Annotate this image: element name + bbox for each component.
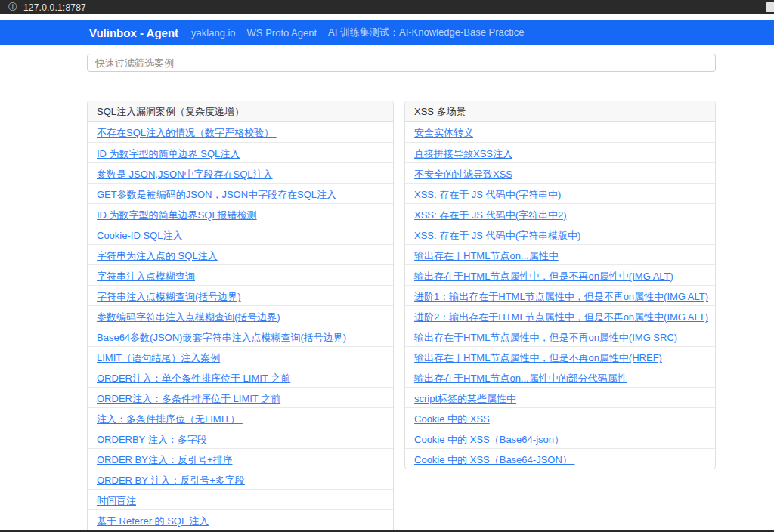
list-item: ORDER BY 注入：反引号+多字段 [88,469,393,489]
list-item: 不安全的过滤导致XSS [405,162,715,183]
extension-icon[interactable] [766,2,774,12]
list-item: ID 为数字型的简单边界 SQL注入 [88,142,393,162]
case-link[interactable]: Cookie-ID SQL注入 [97,230,182,241]
list-item: ORDER BY注入：反引号+排序 [88,448,393,469]
case-link[interactable]: 注入：多条件排序位（无LIMIT） [97,413,243,425]
xss-case-list: 安全实体转义 直接拼接导致XSS注入 不安全的过滤导致XSS XSS: 存在于 … [405,122,715,469]
case-link[interactable]: 进阶1：输出存在于HTML节点属性中，但是不再on属性中(IMG ALT) [414,291,708,302]
list-item: 字符串为注入点的 SQL注入 [88,244,393,264]
list-item: 输出存在于HTML节点on...属性中的部分代码属性 [405,367,715,387]
case-link[interactable]: 不安全的过滤导致XSS [414,169,512,180]
list-item: 输出存在于HTML节点属性中，但是不再on属性中(HREF) [405,346,715,367]
case-link[interactable]: Cookie 中的 XSS（Base64-JSON） [414,454,574,466]
list-item: ORDER注入：单个条件排序位于 LIMIT 之前 [88,367,393,387]
case-link[interactable]: XSS: 存在于 JS 代码中(字符串中2) [414,209,567,221]
case-link[interactable]: XSS: 存在于 JS 代码中(字符串模版中) [414,230,580,241]
xss-panel: XSS 多场景 安全实体转义 直接拼接导致XSS注入 不安全的过滤导致XSS X… [404,101,716,469]
case-link[interactable]: script标签的某些属性中 [414,393,516,404]
list-item: 基于 Referer 的 SQL 注入 [88,509,393,530]
case-link[interactable]: 基于 Referer 的 SQL 注入 [97,515,209,527]
case-link[interactable]: 直接拼接导致XSS注入 [414,148,512,159]
case-link[interactable]: GET参数是被编码的JSON，JSON中字段存在SQL注入 [97,189,336,200]
sql-injection-panel: SQL注入漏洞案例（复杂度递增） 不存在SQL注入的情况（数字严格校验） ID … [87,101,394,532]
case-link[interactable]: Base64参数(JSON)嵌套字符串注入点模糊查询(括号边界) [97,332,346,343]
navbar-brand[interactable]: Vulinbox - Agent [89,26,178,39]
list-item: 注入：多条件排序位（无LIMIT） [88,407,393,428]
list-item: 输出存在于HTML节点属性中，但是不再on属性中(IMG SRC) [405,326,715,346]
xss-panel-title: XSS 多场景 [405,101,715,122]
list-item: Cookie-ID SQL注入 [88,224,393,244]
case-link[interactable]: ID 为数字型的简单边界 SQL注入 [97,148,240,159]
list-item: 不存在SQL注入的情况（数字严格校验） [88,122,393,142]
list-item: 安全实体转义 [405,122,715,142]
list-item: GET参数是被编码的JSON，JSON中字段存在SQL注入 [88,183,393,203]
case-link[interactable]: 输出存在于HTML节点属性中，但是不再on属性中(IMG ALT) [414,271,673,282]
sql-panel-title: SQL注入漏洞案例（复杂度递增） [88,101,393,122]
case-link[interactable]: ORDER注入：多条件排序位于 LIMIT 之前 [97,393,280,404]
browser-address-bar[interactable]: ⓘ 127.0.0.1:8787 [0,0,774,14]
list-item: 时间盲注 [88,489,393,509]
list-item: Cookie 中的 XSS（Base64-json） [405,428,715,448]
case-link[interactable]: ORDER BY注入：反引号+排序 [97,454,233,466]
case-panels-row: SQL注入漏洞案例（复杂度递增） 不存在SQL注入的情况（数字严格校验） ID … [87,101,716,532]
case-link[interactable]: 不存在SQL注入的情况（数字严格校验） [97,127,277,138]
case-link[interactable]: 时间盲注 [97,495,136,506]
case-link[interactable]: 参数编码字符串注入点模糊查询(括号边界) [97,311,280,323]
case-link[interactable]: ID 为数字型的简单边界SQL报错检测 [97,209,257,221]
case-filter-input[interactable] [87,54,716,72]
case-link[interactable]: ORDERBY 注入：多字段 [97,434,207,445]
case-link[interactable]: 字符串为注入点的 SQL注入 [97,250,218,261]
case-link[interactable]: LIMIT（语句结尾）注入案例 [97,352,220,363]
list-item: 直接拼接导致XSS注入 [405,142,715,162]
case-link[interactable]: 字符串注入点模糊查询(括号边界) [97,291,241,302]
list-item: script标签的某些属性中 [405,387,715,407]
sql-case-list: 不存在SQL注入的情况（数字严格校验） ID 为数字型的简单边界 SQL注入 参… [88,122,393,532]
case-link[interactable]: 参数是 JSON,JSON中字段存在SQL注入 [97,169,273,180]
list-item: Cookie 中的 XSS（Base64-JSON） [405,448,715,469]
case-link[interactable]: 进阶2：输出存在于HTML节点属性中，但是不再on属性中(IMG ALT) [414,311,708,323]
list-item: 参数是 JSON,JSON中字段存在SQL注入 [88,162,393,183]
list-item: Cookie 中的 XSS [405,407,715,428]
list-item: 输出存在于HTML节点on...属性中 [405,244,715,264]
case-link[interactable]: 输出存在于HTML节点on...属性中 [414,250,559,261]
nav-link-ai-knowledge-base[interactable]: AI 训练集测试：AI-Knowledge-Base Practice [328,26,524,39]
list-item: Base64参数(JSON)嵌套字符串注入点模糊查询(括号边界) [88,326,393,346]
case-link[interactable]: 安全实体转义 [414,127,473,138]
app-navbar: Vulinbox - Agent yaklang.io WS Proto Age… [0,20,774,45]
list-item: ORDERBY 注入：多字段 [88,428,393,448]
case-link[interactable]: 输出存在于HTML节点on...属性中的部分代码属性 [414,373,627,384]
case-link[interactable]: Cookie 中的 XSS（Base64-json） [414,434,567,445]
list-item: 参数编码字符串注入点模糊查询(括号边界) [88,305,393,326]
site-info-icon[interactable]: ⓘ [8,0,17,14]
list-item: XSS: 存在于 JS 代码中(字符串中) [405,183,715,203]
case-link[interactable]: 输出存在于HTML节点属性中，但是不再on属性中(IMG SRC) [414,332,677,343]
list-item: XSS: 存在于 JS 代码中(字符串模版中) [405,224,715,244]
address-url[interactable]: 127.0.0.1:8787 [23,2,86,13]
case-link[interactable]: Cookie 中的 XSS [414,413,490,425]
case-link[interactable]: XSS: 存在于 JS 代码中(字符串中) [414,189,561,200]
main-content: SQL注入漏洞案例（复杂度递增） 不存在SQL注入的情况（数字严格校验） ID … [87,45,716,532]
case-link[interactable]: ORDER注入：单个条件排序位于 LIMIT 之前 [97,373,290,384]
case-link[interactable]: ORDER BY 注入：反引号+多字段 [97,475,245,486]
list-item: 进阶2：输出存在于HTML节点属性中，但是不再on属性中(IMG ALT) [405,305,715,326]
list-item: LIMIT（语句结尾）注入案例 [88,346,393,367]
list-item: 进阶1：输出存在于HTML节点属性中，但是不再on属性中(IMG ALT) [405,285,715,305]
list-item: XSS: 存在于 JS 代码中(字符串中2) [405,203,715,224]
case-link[interactable]: 字符串注入点模糊查询 [97,271,195,282]
nav-link-ws-proto-agent[interactable]: WS Proto Agent [247,27,317,39]
list-item: 字符串注入点模糊查询(括号边界) [88,285,393,305]
case-link[interactable]: 输出存在于HTML节点属性中，但是不再on属性中(HREF) [414,352,662,363]
list-item: 字符串注入点模糊查询 [88,264,393,285]
nav-link-yaklang[interactable]: yaklang.io [191,27,236,39]
list-item: 输出存在于HTML节点属性中，但是不再on属性中(IMG ALT) [405,264,715,285]
list-item: ID 为数字型的简单边界SQL报错检测 [88,203,393,224]
list-item: ORDER注入：多条件排序位于 LIMIT 之前 [88,387,393,407]
